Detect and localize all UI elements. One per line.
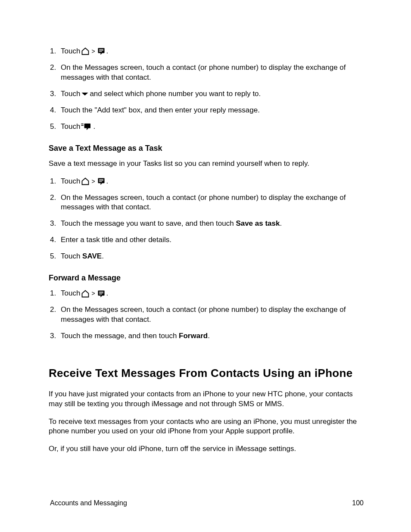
- dropdown-icon: [81, 92, 89, 96]
- list-item: On the Messages screen, touch a contact …: [58, 305, 364, 325]
- list-item: Touch SAVE.: [58, 252, 364, 261]
- gt-separator: >: [91, 47, 95, 56]
- page-number: 100: [352, 499, 364, 507]
- forward-heading: Forward a Message: [49, 274, 364, 283]
- save-label: SAVE: [82, 252, 102, 260]
- forward-steps-list: Touch > . On the Messages screen, touch …: [49, 289, 364, 341]
- step-text: Touch the message you want to save, and …: [61, 219, 236, 227]
- reply-steps-list: Touch > . On the Messages screen, touch …: [49, 47, 364, 132]
- messages-icon: [97, 289, 106, 298]
- step-text: Touch: [61, 252, 82, 260]
- home-icon: [81, 289, 90, 298]
- save-task-heading: Save a Text Message as a Task: [49, 144, 364, 153]
- list-item: On the Messages screen, touch a contact …: [58, 63, 364, 83]
- save-as-task-label: Save as task: [236, 219, 280, 227]
- period: .: [280, 219, 282, 227]
- period: .: [208, 332, 210, 340]
- list-item: Touch and select which phone number you …: [58, 89, 364, 99]
- list-item: Enter a task title and other details.: [58, 235, 364, 245]
- messages-icon: [97, 47, 106, 56]
- step-text: Touch: [61, 177, 80, 187]
- list-item: Touch the "Add text" box, and then enter…: [58, 106, 364, 115]
- list-item: Touch the message, and then touch Forwar…: [58, 331, 364, 341]
- iphone-section-heading: Receive Text Messages From Contacts Usin…: [49, 365, 364, 382]
- step-text: Touch: [61, 289, 80, 299]
- save-task-intro: Save a text message in your Tasks list s…: [49, 159, 364, 169]
- step-text: Touch: [61, 47, 80, 56]
- period: .: [93, 122, 95, 132]
- document-page: Touch > . On the Messages screen, touch …: [0, 0, 411, 532]
- step-text: Touch: [61, 89, 80, 99]
- iphone-paragraph: If you have just migrated your contacts …: [49, 389, 364, 409]
- list-item: Touch > .: [58, 177, 364, 187]
- save-task-steps-list: Touch > . On the Messages screen, touch …: [49, 177, 364, 262]
- step-text: Touch: [61, 122, 80, 132]
- iphone-paragraph: To receive text messages from your conta…: [49, 417, 364, 437]
- period: .: [106, 177, 109, 187]
- footer-section-title: Accounts and Messaging: [50, 499, 127, 507]
- home-icon: [81, 177, 90, 186]
- messages-icon: [97, 177, 106, 186]
- home-icon: [81, 47, 90, 56]
- period: .: [106, 289, 109, 299]
- list-item: On the Messages screen, touch a contact …: [58, 193, 364, 213]
- period: .: [106, 47, 109, 56]
- step-text: Touch the message, and then touch: [61, 332, 179, 340]
- forward-label: Forward: [179, 332, 208, 340]
- list-item: Touch .: [58, 122, 364, 132]
- list-item: Touch the message you want to save, and …: [58, 219, 364, 229]
- page-footer: Accounts and Messaging 100: [50, 499, 364, 507]
- list-item: Touch > .: [58, 289, 364, 299]
- gt-separator: >: [91, 289, 95, 298]
- period: .: [102, 252, 104, 260]
- list-item: Touch > .: [58, 47, 364, 56]
- send-icon: [81, 123, 92, 131]
- gt-separator: >: [91, 177, 95, 186]
- iphone-paragraph: Or, if you still have your old iPhone, t…: [49, 444, 364, 454]
- step-text: and select which phone number you want t…: [90, 89, 261, 99]
